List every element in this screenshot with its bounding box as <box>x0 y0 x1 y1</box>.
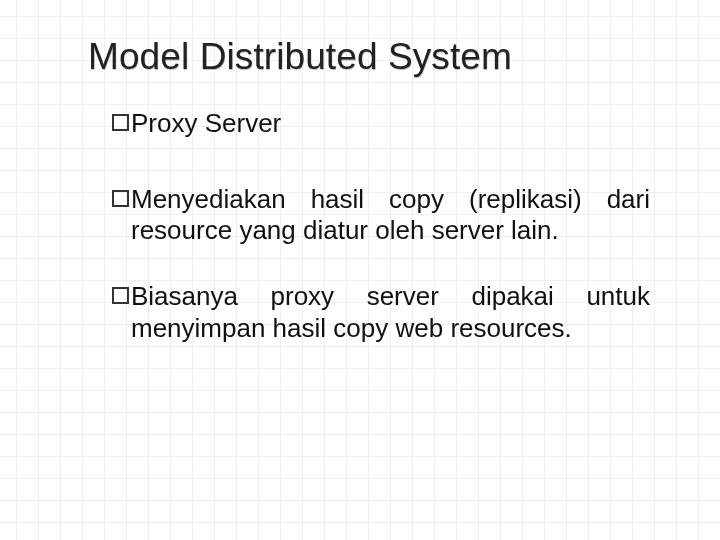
list-item: Proxy Server <box>112 108 650 140</box>
list-item: Biasanya proxy server dipakai untuk meny… <box>112 281 650 344</box>
list-item-text: Proxy Server <box>131 108 650 140</box>
slide-title: Model Distributed System <box>88 36 660 78</box>
list-item-text: Menyediakan hasil copy (replikasi) dari … <box>131 184 650 247</box>
square-bullet-icon <box>112 190 129 207</box>
square-bullet-icon <box>112 114 129 131</box>
slide: Model Distributed System Proxy Server Me… <box>0 0 720 540</box>
slide-body: Proxy Server Menyediakan hasil copy (rep… <box>112 108 650 345</box>
list-item: Menyediakan hasil copy (replikasi) dari … <box>112 184 650 247</box>
square-bullet-icon <box>112 287 129 304</box>
list-item-text: Biasanya proxy server dipakai untuk meny… <box>131 281 650 344</box>
